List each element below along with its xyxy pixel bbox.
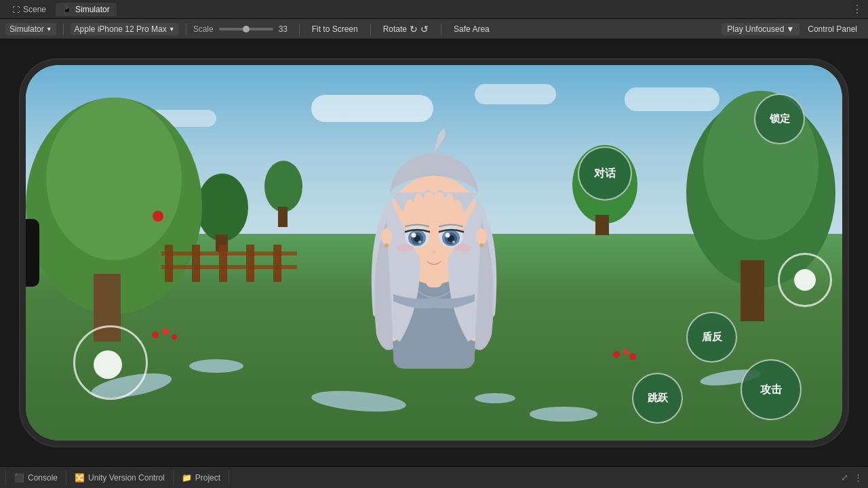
separator-4 bbox=[370, 23, 371, 35]
project-label: Project bbox=[195, 473, 220, 483]
water-patch-6 bbox=[475, 393, 515, 403]
more-tabs-button[interactable]: ⋮ bbox=[852, 3, 863, 16]
side-scroll-arrow[interactable]: › bbox=[842, 246, 846, 260]
svg-point-52 bbox=[479, 243, 484, 247]
rotate-ccw-icon: ↺ bbox=[420, 24, 429, 35]
bottom-bar: ⬛ Console 🔀 Unity Version Control 📁 Proj… bbox=[0, 466, 868, 488]
svg-rect-2 bbox=[94, 274, 121, 342]
svg-rect-10 bbox=[278, 207, 288, 227]
svg-rect-6 bbox=[741, 260, 764, 321]
svg-point-24 bbox=[623, 349, 629, 354]
tab-scene[interactable]: ⛶ Scene bbox=[5, 3, 53, 16]
bottom-tab-console[interactable]: ⬛ Console bbox=[5, 470, 66, 485]
phone-frame: 锁定 对话 盾反 跳跃 攻击 › bbox=[20, 60, 848, 446]
svg-rect-19 bbox=[273, 245, 281, 282]
game-viewport[interactable]: 锁定 对话 盾反 跳跃 攻击 bbox=[26, 65, 842, 441]
svg-rect-17 bbox=[219, 245, 227, 282]
svg-point-1 bbox=[46, 98, 182, 260]
toolbar-right: Play Unfocused ▼ Control Panel bbox=[722, 23, 863, 35]
phone-notch bbox=[26, 219, 39, 287]
expand-icon[interactable]: ⤢ bbox=[841, 472, 848, 483]
tab-simulator-label: Simulator bbox=[75, 5, 110, 14]
play-unfocused-label: Play Unfocused bbox=[727, 24, 784, 34]
svg-rect-18 bbox=[246, 245, 254, 282]
fence bbox=[161, 241, 297, 282]
device-label: Apple iPhone 12 Pro Max bbox=[75, 24, 167, 34]
simulator-dropdown-label: Simulator bbox=[9, 24, 44, 34]
main-area: 锁定 对话 盾反 跳跃 攻击 › bbox=[0, 39, 868, 466]
slider-thumb[interactable] bbox=[243, 26, 250, 33]
svg-point-39 bbox=[418, 241, 421, 243]
svg-rect-12 bbox=[595, 215, 609, 235]
bottom-tab-project[interactable]: 📁 Project bbox=[174, 470, 229, 485]
svg-point-50 bbox=[384, 243, 389, 247]
svg-point-46 bbox=[432, 251, 436, 253]
svg-point-22 bbox=[172, 334, 177, 340]
separator-2 bbox=[186, 23, 186, 35]
console-icon: ⬛ bbox=[14, 473, 24, 483]
bottom-tab-version-control[interactable]: 🔀 Unity Version Control bbox=[66, 470, 174, 485]
version-control-icon: 🔀 bbox=[75, 473, 85, 483]
safe-area-button[interactable]: Safe Area bbox=[448, 23, 495, 35]
rotate-label: Rotate bbox=[383, 24, 407, 34]
character bbox=[326, 98, 542, 384]
tab-scene-label: Scene bbox=[23, 5, 46, 14]
svg-rect-15 bbox=[165, 245, 173, 282]
separator-3 bbox=[299, 23, 300, 35]
version-control-label: Unity Version Control bbox=[88, 473, 165, 483]
play-unfocused-button[interactable]: Play Unfocused ▼ bbox=[722, 23, 800, 35]
scale-slider[interactable] bbox=[219, 28, 273, 30]
tree-mid-right bbox=[571, 140, 639, 237]
scene-icon: ⛶ bbox=[12, 5, 20, 14]
device-dropdown[interactable]: Apple iPhone 12 Pro Max ▼ bbox=[71, 23, 179, 35]
svg-point-25 bbox=[629, 353, 636, 360]
red-flowers-left bbox=[149, 325, 182, 347]
svg-point-3 bbox=[153, 211, 163, 222]
project-icon: 📁 bbox=[182, 473, 192, 483]
tab-bar: ⛶ Scene 📱 Simulator ⋮ bbox=[0, 0, 868, 19]
svg-rect-16 bbox=[192, 245, 200, 282]
toolbar: Simulator ▼ Apple iPhone 12 Pro Max ▼ Sc… bbox=[0, 19, 868, 39]
control-panel-button[interactable]: Control Panel bbox=[802, 23, 863, 35]
tab-simulator[interactable]: 📱 Simulator bbox=[56, 3, 117, 16]
play-dropdown-chevron: ▼ bbox=[786, 24, 794, 34]
device-dropdown-chevron: ▼ bbox=[169, 26, 175, 33]
bottom-more-icon[interactable]: ⋮ bbox=[854, 472, 863, 483]
tree-left-large bbox=[26, 84, 236, 344]
simulator-dropdown[interactable]: Simulator ▼ bbox=[5, 23, 56, 35]
svg-point-44 bbox=[446, 232, 450, 237]
svg-point-11 bbox=[572, 145, 637, 224]
scale-label: Scale bbox=[193, 24, 214, 34]
svg-point-49 bbox=[381, 228, 392, 245]
slider-track[interactable] bbox=[219, 28, 273, 30]
bottom-right-controls: ⤢ ⋮ bbox=[841, 472, 863, 483]
console-label: Console bbox=[28, 473, 58, 483]
svg-point-48 bbox=[454, 244, 471, 252]
svg-point-5 bbox=[703, 91, 818, 240]
separator-1 bbox=[63, 23, 64, 35]
rotate-button[interactable]: Rotate ↻ ↺ bbox=[378, 22, 434, 36]
scale-value: 33 bbox=[279, 24, 292, 34]
svg-point-23 bbox=[613, 351, 620, 358]
svg-point-47 bbox=[397, 244, 414, 252]
svg-point-21 bbox=[162, 328, 169, 335]
svg-point-20 bbox=[152, 331, 159, 338]
simulator-dropdown-chevron: ▼ bbox=[46, 26, 52, 33]
tree-right-large bbox=[673, 84, 842, 323]
svg-point-45 bbox=[452, 241, 455, 243]
svg-point-51 bbox=[476, 228, 487, 245]
simulator-icon: 📱 bbox=[62, 5, 72, 14]
fit-to-screen-button[interactable]: Fit to Screen bbox=[307, 23, 363, 35]
svg-point-38 bbox=[412, 232, 416, 237]
tree-mid-left2 bbox=[263, 159, 304, 229]
separator-5 bbox=[441, 23, 441, 35]
rotate-cw-icon: ↻ bbox=[410, 24, 418, 35]
red-flowers-right bbox=[611, 346, 638, 365]
svg-point-9 bbox=[264, 161, 302, 212]
